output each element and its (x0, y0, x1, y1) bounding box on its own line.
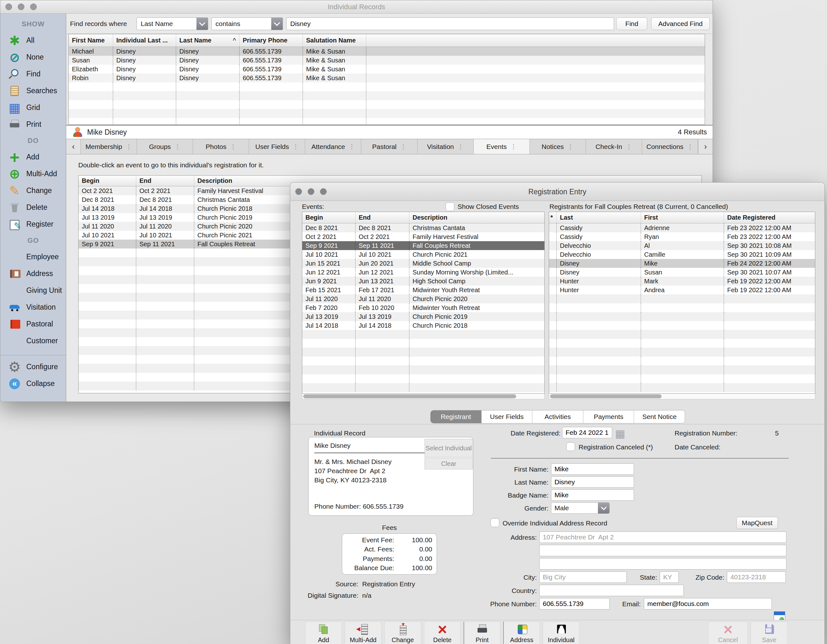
mapquest-button[interactable]: MapQuest (736, 517, 778, 529)
registrant-row[interactable] (549, 356, 815, 366)
gender-select[interactable]: Male (551, 502, 610, 514)
city-input[interactable] (539, 571, 627, 583)
sidebar-item[interactable]: Delete (0, 199, 66, 216)
registration-event-row[interactable] (302, 366, 545, 374)
tabs-scroll-right-icon[interactable]: › (698, 139, 713, 154)
save-button[interactable]: Save (751, 622, 788, 644)
record-tab[interactable]: Attendance⋮ (305, 139, 361, 154)
toolbar-button[interactable]: Print (463, 622, 500, 644)
tab-menu-icon[interactable]: ⋮ (510, 143, 516, 150)
advanced-find-button[interactable]: Advanced Find (651, 17, 710, 30)
sidebar-item[interactable]: Employee (0, 249, 66, 265)
form-tab[interactable]: Activities (532, 410, 584, 423)
record-tab[interactable]: Connections⋮ (642, 139, 698, 154)
registration-canceled-checkbox[interactable] (566, 442, 575, 451)
sidebar-item[interactable]: Address (0, 265, 66, 282)
toolbar-button[interactable]: Individual (543, 622, 579, 644)
record-tab[interactable]: Groups⋮ (137, 139, 193, 154)
result-row[interactable] (69, 100, 705, 109)
form-tab[interactable]: Payments (584, 410, 634, 423)
registration-event-row[interactable] (302, 383, 545, 392)
country-input[interactable] (539, 585, 684, 596)
result-row[interactable]: Michael Disney Disney 606.555.1739 Mike … (69, 47, 705, 56)
registration-event-row[interactable]: Oct 2 2021 Oct 2 2021 Family Harvest Fes… (302, 232, 545, 241)
registrant-row[interactable] (549, 339, 815, 348)
sidebar-item[interactable]: Multi-Add (0, 166, 66, 182)
registration-event-row[interactable]: Sep 9 2021 Sep 11 2021 Fall Couples Retr… (302, 241, 545, 250)
registration-event-row[interactable]: Dec 8 2021 Dec 8 2021 Christmas Cantata (302, 224, 545, 232)
tab-menu-icon[interactable]: ⋮ (293, 143, 299, 150)
registrant-row[interactable] (549, 294, 815, 303)
field-select[interactable]: Last Name (137, 17, 208, 30)
operator-select[interactable]: contains (211, 17, 283, 30)
result-row[interactable] (69, 118, 705, 125)
tab-menu-icon[interactable]: ⋮ (458, 143, 464, 150)
tab-menu-icon[interactable]: ⋮ (687, 143, 693, 150)
toolbar-button[interactable]: Multi-Add (345, 622, 381, 644)
registrants-horizontal-scrollbar[interactable] (549, 394, 815, 399)
column-header-first[interactable]: First (641, 212, 724, 223)
form-tab[interactable]: Sent Notice (634, 410, 685, 423)
registration-event-row[interactable]: Jul 13 2019 Jul 13 2019 Church Picnic 20… (302, 312, 545, 321)
registration-event-row[interactable] (302, 374, 545, 383)
registration-event-row[interactable]: Jun 9 2021 Jun 13 2021 High School Camp (302, 277, 545, 286)
clear-button[interactable]: Clear (424, 458, 473, 469)
tab-menu-icon[interactable]: ⋮ (175, 143, 181, 150)
tab-menu-icon[interactable]: ⋮ (568, 143, 574, 150)
tab-menu-icon[interactable]: ⋮ (349, 143, 355, 150)
registrant-row[interactable]: Disney Mike Feb 24 2022 12:00 AM (549, 259, 815, 268)
override-address-checkbox[interactable] (490, 518, 499, 527)
toolbar-button[interactable]: Address (503, 622, 540, 644)
column-header-end[interactable]: End (136, 175, 194, 186)
last-name-input[interactable] (551, 476, 634, 488)
column-header-first-name[interactable]: First Name (69, 34, 113, 47)
sidebar-item[interactable]: Add (0, 148, 66, 166)
form-tab[interactable]: User Fields (482, 410, 533, 423)
phone-number-input[interactable] (539, 598, 610, 610)
sidebar-item[interactable]: Searches (0, 83, 66, 99)
address-line2-input[interactable] (539, 545, 786, 556)
column-header-primary-phone[interactable]: Primary Phone (240, 34, 303, 47)
toolbar-button[interactable]: Add (305, 622, 342, 644)
record-tab[interactable]: Events⋮ (474, 139, 530, 154)
registrant-row[interactable] (549, 348, 815, 356)
registrant-row[interactable] (549, 383, 815, 392)
registration-event-row[interactable] (302, 348, 545, 356)
result-row[interactable]: Elizabeth Disney Disney 606.555.1739 Mik… (69, 65, 705, 73)
sidebar-item[interactable]: None (0, 49, 66, 66)
scrollbar-thumb[interactable] (303, 394, 516, 399)
record-tab[interactable]: Check-In⋮ (586, 139, 642, 154)
column-header-description[interactable]: Description (409, 212, 545, 223)
registrant-row[interactable]: Delvecchio Camille Sep 30 2021 10:09 AM (549, 250, 815, 259)
registrant-row[interactable]: Hunter Mark Feb 19 2022 12:00 AM (549, 277, 815, 286)
column-header-last-name[interactable]: Last Name^ (176, 34, 240, 47)
registrant-row[interactable]: Cassidy Ryan Feb 23 2022 12:00 AM (549, 232, 815, 241)
registrant-row[interactable] (549, 312, 815, 321)
address-line3-input[interactable] (539, 558, 786, 569)
sidebar-item[interactable]: Pastoral (0, 316, 66, 333)
registration-event-row[interactable]: Jul 11 2020 Jul 11 2020 Church Picnic 20… (302, 294, 545, 303)
record-tab[interactable]: Pastoral⋮ (361, 139, 417, 154)
registrant-row[interactable]: Hunter Andrea Feb 19 2022 12:00 AM (549, 286, 815, 294)
tabs-scroll-left-icon[interactable]: ‹ (66, 139, 81, 154)
column-header-begin[interactable]: Begin (79, 175, 136, 186)
registrant-row[interactable]: Disney Susan Sep 30 2021 10:07 AM (549, 268, 815, 277)
sidebar-item[interactable]: Giving Unit (0, 282, 66, 299)
column-header-date-registered[interactable]: Date Registered (724, 212, 815, 223)
events-horizontal-scrollbar[interactable] (302, 394, 545, 399)
registrant-row[interactable]: Delvecchio Al Sep 30 2021 10:08 AM (549, 241, 815, 250)
registrant-row[interactable] (549, 330, 815, 339)
toolbar-button[interactable]: Delete (424, 622, 461, 644)
result-row[interactable] (69, 83, 705, 91)
show-closed-events-checkbox[interactable] (446, 202, 454, 211)
email-input[interactable] (644, 598, 772, 610)
registration-event-row[interactable]: Jul 10 2021 Jul 10 2021 Church Picnic 20… (302, 250, 545, 259)
column-header-end[interactable]: End (356, 212, 409, 223)
registration-event-row[interactable]: Feb 7 2020 Feb 10 2020 Midwinter Youth R… (302, 303, 545, 312)
sidebar-item[interactable]: Visitation (0, 299, 66, 316)
select-individual-button[interactable]: Select Individual (424, 439, 473, 457)
scrollbar-thumb[interactable] (550, 394, 662, 399)
sidebar-item[interactable]: Register (0, 216, 66, 233)
result-row[interactable] (69, 109, 705, 118)
sidebar-item[interactable]: All (0, 32, 66, 49)
